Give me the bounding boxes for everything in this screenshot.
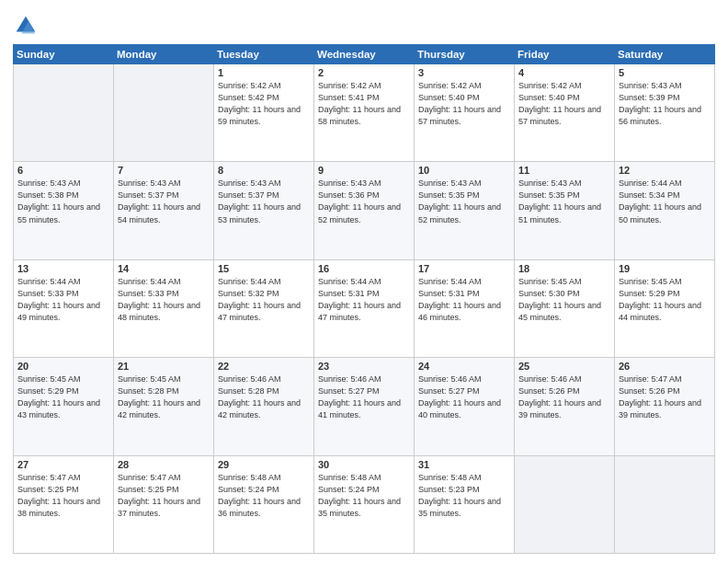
- day-info: Sunrise: 5:46 AM Sunset: 5:26 PM Dayligh…: [518, 373, 610, 421]
- weekday-header-monday: Monday: [114, 45, 214, 64]
- calendar-table: SundayMondayTuesdayWednesdayThursdayFrid…: [13, 44, 715, 554]
- calendar-cell: [515, 455, 615, 553]
- calendar-cell: 20Sunrise: 5:45 AM Sunset: 5:29 PM Dayli…: [14, 358, 114, 455]
- calendar-week-4: 27Sunrise: 5:47 AM Sunset: 5:25 PM Dayli…: [14, 455, 715, 553]
- day-info: Sunrise: 5:46 AM Sunset: 5:27 PM Dayligh…: [318, 373, 410, 421]
- calendar-week-2: 13Sunrise: 5:44 AM Sunset: 5:33 PM Dayli…: [14, 259, 715, 357]
- day-info: Sunrise: 5:46 AM Sunset: 5:27 PM Dayligh…: [418, 373, 510, 421]
- calendar-cell: 24Sunrise: 5:46 AM Sunset: 5:27 PM Dayli…: [415, 358, 515, 455]
- day-number: 7: [118, 165, 210, 176]
- calendar-cell: 19Sunrise: 5:45 AM Sunset: 5:29 PM Dayli…: [615, 259, 715, 357]
- calendar-cell: 2Sunrise: 5:42 AM Sunset: 5:41 PM Daylig…: [314, 64, 415, 162]
- weekday-row: SundayMondayTuesdayWednesdayThursdayFrid…: [14, 45, 715, 64]
- day-info: Sunrise: 5:46 AM Sunset: 5:28 PM Dayligh…: [218, 373, 310, 421]
- day-number: 9: [318, 165, 410, 176]
- calendar-cell: 14Sunrise: 5:44 AM Sunset: 5:33 PM Dayli…: [114, 259, 214, 357]
- calendar-cell: 8Sunrise: 5:43 AM Sunset: 5:37 PM Daylig…: [214, 162, 314, 259]
- weekday-header-saturday: Saturday: [615, 45, 715, 64]
- day-number: 8: [218, 165, 310, 176]
- day-number: 10: [418, 165, 510, 176]
- day-number: 12: [619, 165, 711, 176]
- day-info: Sunrise: 5:43 AM Sunset: 5:35 PM Dayligh…: [418, 178, 510, 225]
- logo: [13, 13, 40, 39]
- day-info: Sunrise: 5:47 AM Sunset: 5:25 PM Dayligh…: [17, 472, 109, 520]
- calendar-cell: 16Sunrise: 5:44 AM Sunset: 5:31 PM Dayli…: [314, 259, 415, 357]
- day-number: 15: [218, 263, 310, 274]
- calendar-cell: 13Sunrise: 5:44 AM Sunset: 5:33 PM Dayli…: [14, 259, 114, 357]
- calendar-cell: 31Sunrise: 5:48 AM Sunset: 5:23 PM Dayli…: [415, 455, 515, 553]
- calendar-cell: 26Sunrise: 5:47 AM Sunset: 5:26 PM Dayli…: [615, 358, 715, 455]
- day-info: Sunrise: 5:45 AM Sunset: 5:29 PM Dayligh…: [619, 276, 711, 324]
- calendar-body: 1Sunrise: 5:42 AM Sunset: 5:42 PM Daylig…: [14, 64, 715, 554]
- day-number: 18: [518, 263, 610, 274]
- day-info: Sunrise: 5:43 AM Sunset: 5:38 PM Dayligh…: [17, 178, 109, 225]
- calendar-cell: 10Sunrise: 5:43 AM Sunset: 5:35 PM Dayli…: [415, 162, 515, 259]
- day-info: Sunrise: 5:43 AM Sunset: 5:37 PM Dayligh…: [118, 178, 210, 225]
- day-number: 5: [619, 67, 711, 78]
- day-number: 3: [418, 67, 510, 78]
- calendar-cell: 30Sunrise: 5:48 AM Sunset: 5:24 PM Dayli…: [314, 455, 415, 553]
- day-info: Sunrise: 5:42 AM Sunset: 5:40 PM Dayligh…: [418, 80, 510, 128]
- calendar-cell: 21Sunrise: 5:45 AM Sunset: 5:28 PM Dayli…: [114, 358, 214, 455]
- day-info: Sunrise: 5:44 AM Sunset: 5:31 PM Dayligh…: [318, 276, 410, 324]
- day-info: Sunrise: 5:44 AM Sunset: 5:31 PM Dayligh…: [418, 276, 510, 324]
- day-info: Sunrise: 5:45 AM Sunset: 5:28 PM Dayligh…: [118, 373, 210, 421]
- calendar-cell: 25Sunrise: 5:46 AM Sunset: 5:26 PM Dayli…: [515, 358, 615, 455]
- day-number: 23: [318, 361, 410, 372]
- day-info: Sunrise: 5:45 AM Sunset: 5:30 PM Dayligh…: [518, 276, 610, 324]
- day-number: 4: [518, 67, 610, 78]
- calendar-cell: 23Sunrise: 5:46 AM Sunset: 5:27 PM Dayli…: [314, 358, 415, 455]
- day-number: 22: [218, 361, 310, 372]
- calendar-header: SundayMondayTuesdayWednesdayThursdayFrid…: [14, 45, 715, 64]
- calendar-cell: 3Sunrise: 5:42 AM Sunset: 5:40 PM Daylig…: [415, 64, 515, 162]
- day-number: 1: [218, 67, 310, 78]
- calendar-cell: 18Sunrise: 5:45 AM Sunset: 5:30 PM Dayli…: [515, 259, 615, 357]
- calendar-cell: 17Sunrise: 5:44 AM Sunset: 5:31 PM Dayli…: [415, 259, 515, 357]
- weekday-header-friday: Friday: [515, 45, 615, 64]
- calendar-cell: 15Sunrise: 5:44 AM Sunset: 5:32 PM Dayli…: [214, 259, 314, 357]
- day-info: Sunrise: 5:43 AM Sunset: 5:36 PM Dayligh…: [318, 178, 410, 225]
- day-number: 26: [619, 361, 711, 372]
- weekday-header-thursday: Thursday: [415, 45, 515, 64]
- weekday-header-sunday: Sunday: [14, 45, 114, 64]
- day-number: 14: [118, 263, 210, 274]
- day-number: 16: [318, 263, 410, 274]
- day-info: Sunrise: 5:43 AM Sunset: 5:39 PM Dayligh…: [619, 80, 711, 128]
- calendar-week-0: 1Sunrise: 5:42 AM Sunset: 5:42 PM Daylig…: [14, 64, 715, 162]
- logo-icon: [13, 13, 39, 39]
- day-number: 27: [17, 459, 109, 470]
- calendar-cell: 22Sunrise: 5:46 AM Sunset: 5:28 PM Dayli…: [214, 358, 314, 455]
- day-number: 13: [17, 263, 109, 274]
- day-number: 17: [418, 263, 510, 274]
- day-info: Sunrise: 5:44 AM Sunset: 5:34 PM Dayligh…: [619, 178, 711, 225]
- weekday-header-wednesday: Wednesday: [314, 45, 415, 64]
- calendar-cell: 5Sunrise: 5:43 AM Sunset: 5:39 PM Daylig…: [615, 64, 715, 162]
- day-info: Sunrise: 5:44 AM Sunset: 5:32 PM Dayligh…: [218, 276, 310, 324]
- calendar-week-1: 6Sunrise: 5:43 AM Sunset: 5:38 PM Daylig…: [14, 162, 715, 259]
- calendar-cell: 28Sunrise: 5:47 AM Sunset: 5:25 PM Dayli…: [114, 455, 214, 553]
- day-number: 19: [619, 263, 711, 274]
- day-number: 11: [518, 165, 610, 176]
- calendar-cell: 12Sunrise: 5:44 AM Sunset: 5:34 PM Dayli…: [615, 162, 715, 259]
- day-number: 25: [518, 361, 610, 372]
- calendar-cell: 11Sunrise: 5:43 AM Sunset: 5:35 PM Dayli…: [515, 162, 615, 259]
- day-info: Sunrise: 5:45 AM Sunset: 5:29 PM Dayligh…: [17, 373, 109, 421]
- calendar-cell: [615, 455, 715, 553]
- weekday-header-tuesday: Tuesday: [214, 45, 314, 64]
- calendar-week-3: 20Sunrise: 5:45 AM Sunset: 5:29 PM Dayli…: [14, 358, 715, 455]
- day-number: 29: [218, 459, 310, 470]
- day-info: Sunrise: 5:43 AM Sunset: 5:35 PM Dayligh…: [518, 178, 610, 225]
- day-info: Sunrise: 5:42 AM Sunset: 5:40 PM Dayligh…: [518, 80, 610, 128]
- day-info: Sunrise: 5:44 AM Sunset: 5:33 PM Dayligh…: [118, 276, 210, 324]
- day-number: 30: [318, 459, 410, 470]
- calendar-cell: 4Sunrise: 5:42 AM Sunset: 5:40 PM Daylig…: [515, 64, 615, 162]
- calendar-cell: 7Sunrise: 5:43 AM Sunset: 5:37 PM Daylig…: [114, 162, 214, 259]
- day-info: Sunrise: 5:48 AM Sunset: 5:23 PM Dayligh…: [418, 472, 510, 520]
- day-info: Sunrise: 5:47 AM Sunset: 5:25 PM Dayligh…: [118, 472, 210, 520]
- day-info: Sunrise: 5:42 AM Sunset: 5:41 PM Dayligh…: [318, 80, 410, 128]
- page: SundayMondayTuesdayWednesdayThursdayFrid…: [0, 0, 728, 563]
- calendar-cell: 1Sunrise: 5:42 AM Sunset: 5:42 PM Daylig…: [214, 64, 314, 162]
- day-number: 21: [118, 361, 210, 372]
- day-info: Sunrise: 5:48 AM Sunset: 5:24 PM Dayligh…: [318, 472, 410, 520]
- day-info: Sunrise: 5:44 AM Sunset: 5:33 PM Dayligh…: [17, 276, 109, 324]
